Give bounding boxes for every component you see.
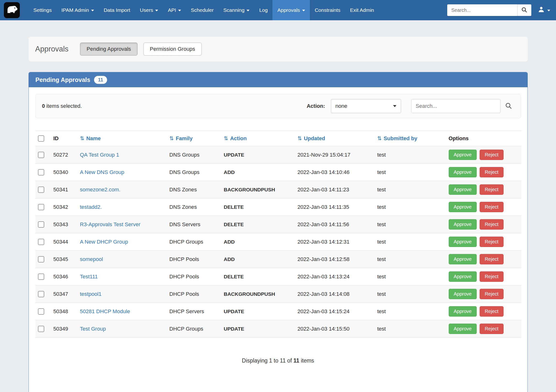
table-row: 50342 testadd2. DNS Zones DELETE 2022-Ja… (36, 198, 521, 216)
row-name-link[interactable]: Test111 (80, 274, 98, 280)
row-name-link[interactable]: somepool (80, 256, 103, 262)
nav-item-users[interactable]: Users (135, 0, 163, 20)
reject-button[interactable]: Reject (480, 306, 503, 317)
search-icon (521, 7, 527, 14)
approve-button[interactable]: Approve (449, 289, 477, 299)
row-name-link[interactable]: somezone2.com. (80, 187, 121, 193)
action-label: Action: (307, 103, 325, 109)
row-name-link[interactable]: testadd2. (80, 204, 102, 210)
row-name-link[interactable]: A New DNS Group (80, 169, 124, 175)
chevron-down-icon (91, 10, 94, 11)
sort-icon: ⇅ (377, 135, 382, 141)
approve-button[interactable]: Approve (449, 271, 477, 282)
row-action: DELETE (221, 216, 295, 233)
reject-button[interactable]: Reject (480, 184, 503, 195)
nav-item-log[interactable]: Log (254, 0, 272, 20)
tab-pending-approvals[interactable]: Pending Approvals (80, 43, 137, 56)
nav-item-scheduler[interactable]: Scheduler (186, 0, 218, 20)
phpipam-logo[interactable] (4, 2, 20, 18)
reject-button[interactable]: Reject (480, 289, 503, 299)
footer-suffix: items (299, 357, 314, 364)
user-icon (538, 6, 545, 15)
column-header-action[interactable]: ⇅Action (221, 131, 295, 146)
nav-label: IPAM Admin (62, 7, 89, 13)
table-row: 50349 Test Group DHCP Groups UPDATE 2022… (36, 320, 521, 338)
approve-button[interactable]: Approve (449, 167, 477, 177)
row-name-link[interactable]: QA Test Group 1 (80, 152, 119, 158)
chevron-down-icon (155, 10, 158, 11)
row-checkbox[interactable] (38, 187, 44, 193)
row-checkbox[interactable] (38, 239, 44, 245)
nav-item-approvals[interactable]: Approvals (272, 0, 310, 20)
row-id: 50349 (51, 320, 77, 338)
reject-button[interactable]: Reject (480, 202, 503, 212)
approve-button[interactable]: Approve (449, 202, 477, 212)
column-header-family[interactable]: ⇅Family (167, 131, 221, 146)
approve-button[interactable]: Approve (449, 219, 477, 230)
nav-label: Log (259, 7, 268, 13)
row-checkbox[interactable] (38, 291, 44, 297)
nav-item-ipam-admin[interactable]: IPAM Admin (57, 0, 99, 20)
row-checkbox[interactable] (38, 204, 44, 210)
column-header-submitted-by[interactable]: ⇅Submitted by (375, 131, 446, 146)
row-id: 50341 (51, 181, 77, 198)
approve-button[interactable]: Approve (449, 254, 477, 264)
column-header-name[interactable]: ⇅Name (77, 131, 167, 146)
row-checkbox[interactable] (38, 221, 44, 228)
row-name-link[interactable]: 50281 DHCP Module (80, 308, 130, 315)
row-submitted-by: test (375, 216, 446, 233)
row-id: 50345 (51, 251, 77, 268)
row-checkbox[interactable] (38, 308, 44, 315)
nav-item-constraints[interactable]: Constraints (310, 0, 345, 20)
reject-button[interactable]: Reject (480, 254, 503, 264)
row-name-link[interactable]: Test Group (80, 326, 106, 332)
table-search-button[interactable] (503, 100, 514, 112)
reject-button[interactable]: Reject (480, 219, 503, 230)
nav-item-exit-admin[interactable]: Exit Admin (345, 0, 379, 20)
action-select-value: none (336, 103, 348, 109)
table-row: 50340 A New DNS Group DNS Groups ADD 202… (36, 164, 521, 181)
table-search-input[interactable] (411, 99, 501, 113)
panel-heading: Pending Approvals 11 (29, 72, 527, 87)
navbar-search-input[interactable] (447, 4, 517, 16)
approve-button[interactable]: Approve (449, 184, 477, 195)
reject-button[interactable]: Reject (480, 150, 503, 160)
row-id: 50348 (51, 303, 77, 320)
reject-button[interactable]: Reject (480, 271, 503, 282)
nav-item-api[interactable]: API (163, 0, 186, 20)
row-submitted-by: test (375, 251, 446, 268)
row-checkbox[interactable] (38, 256, 44, 262)
nav-item-scanning[interactable]: Scanning (218, 0, 255, 20)
select-all-checkbox[interactable] (38, 135, 44, 142)
row-id: 50340 (51, 164, 77, 181)
row-checkbox[interactable] (38, 169, 44, 176)
approve-button[interactable]: Approve (449, 306, 477, 317)
row-checkbox[interactable] (38, 274, 44, 280)
reject-button[interactable]: Reject (480, 167, 503, 177)
row-action: ADD (221, 251, 295, 268)
row-checkbox[interactable] (38, 152, 44, 158)
row-family: DNS Zones (167, 181, 221, 198)
approve-button[interactable]: Approve (449, 324, 477, 334)
reject-button[interactable]: Reject (480, 324, 503, 334)
nav-item-settings[interactable]: Settings (29, 0, 57, 20)
action-select[interactable]: none (331, 99, 401, 113)
page-header: Approvals Pending Approvals Permission G… (29, 37, 528, 61)
navbar-search-button[interactable] (517, 4, 531, 16)
column-header-updated[interactable]: ⇅Updated (295, 131, 375, 146)
row-name-link[interactable]: testpool1 (80, 291, 101, 297)
nav-item-data-import[interactable]: Data Import (99, 0, 135, 20)
approvals-tabs: Pending Approvals Permission Groups (80, 43, 202, 56)
user-menu[interactable] (538, 6, 550, 15)
approve-button[interactable]: Approve (449, 150, 477, 160)
reject-button[interactable]: Reject (480, 237, 503, 247)
row-name-link[interactable]: R3-Approvals Test Server (80, 221, 140, 227)
table-row: 50345 somepool DHCP Pools ADD 2022-Jan-0… (36, 251, 521, 268)
search-icon (505, 102, 512, 110)
row-name-link[interactable]: A New DHCP Group (80, 239, 128, 245)
row-checkbox[interactable] (38, 326, 44, 332)
tab-permission-groups[interactable]: Permission Groups (143, 43, 202, 56)
pending-approvals-panel: Pending Approvals 11 0 items selected. A… (29, 72, 528, 392)
sort-icon: ⇅ (170, 135, 174, 141)
approve-button[interactable]: Approve (449, 237, 477, 247)
